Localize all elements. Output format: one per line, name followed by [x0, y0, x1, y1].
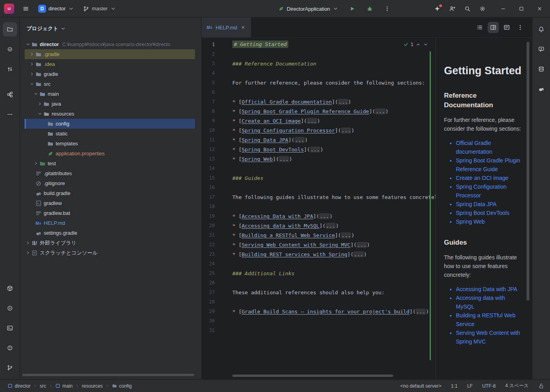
- code-line-27[interactable]: 27These additional references should als…: [202, 288, 436, 297]
- code-line-13[interactable]: 13* [Spring Web](...): [202, 154, 436, 164]
- run-button[interactable]: [345, 2, 359, 15]
- close-button[interactable]: [531, 0, 548, 17]
- tree-item-templates[interactable]: templates: [25, 139, 195, 149]
- code-line-20[interactable]: 20* [Accessing data with MySQL](...): [202, 221, 436, 230]
- terminal-tool-button[interactable]: [3, 321, 17, 335]
- status-server[interactable]: <no default server>: [400, 383, 441, 389]
- folded-region[interactable]: ...: [341, 127, 351, 133]
- code-line-15[interactable]: 15### Guides: [202, 173, 436, 183]
- chevron-right-icon[interactable]: [29, 51, 35, 58]
- tree-item-main[interactable]: main: [25, 89, 195, 99]
- code-line-24[interactable]: 24: [202, 259, 436, 268]
- editor-more-button[interactable]: [515, 22, 526, 33]
- chevron-right-icon[interactable]: [37, 101, 43, 107]
- markdown-link[interactable]: Official Gradle documentation: [241, 99, 332, 105]
- markdown-link[interactable]: Building REST services with Spring: [241, 251, 347, 257]
- markdown-link[interactable]: Spring Data JPA: [241, 137, 288, 143]
- code-line-2[interactable]: 2: [202, 49, 436, 59]
- preview-layout-button[interactable]: [501, 22, 512, 33]
- editor-preview-split-button[interactable]: [488, 22, 499, 33]
- breadcrumb-item-resources[interactable]: resources: [81, 383, 104, 389]
- folded-region[interactable]: ...: [319, 213, 329, 219]
- folded-region[interactable]: ...: [326, 223, 336, 229]
- services-tool-button[interactable]: [3, 301, 17, 315]
- debug-button[interactable]: [363, 2, 377, 15]
- markdown-link[interactable]: Serving Web Content with Spring MVC: [241, 242, 350, 248]
- tree-item-settings.gradle[interactable]: settings.gradle: [25, 228, 195, 238]
- run-more-button[interactable]: [380, 2, 394, 15]
- preview-scrollbar[interactable]: [527, 42, 529, 301]
- code-line-23[interactable]: 23* [Building REST services with Spring]…: [202, 249, 436, 259]
- pull-requests-tool-button[interactable]: [3, 62, 17, 76]
- code-line-28[interactable]: 28: [202, 297, 436, 307]
- code-line-6[interactable]: 6: [202, 87, 436, 97]
- inspection-widget[interactable]: 1: [403, 42, 428, 47]
- tree-item-application.properties[interactable]: application.properties: [25, 149, 195, 158]
- folded-region[interactable]: ...: [353, 251, 363, 257]
- markdown-link[interactable]: Gradle Build Scans – insights for your p…: [241, 309, 409, 315]
- ai-assistant-button[interactable]: [430, 2, 444, 15]
- preview-link[interactable]: Spring Boot Gradle Plugin Reference Guid…: [456, 157, 520, 172]
- code-line-19[interactable]: 19* [Accessing Data with JPA](...): [202, 211, 436, 221]
- commit-tool-button[interactable]: [3, 42, 17, 56]
- preview-link[interactable]: Accessing data with MySQL: [456, 295, 505, 310]
- code-line-22[interactable]: 22* [Serving Web Content with Spring MVC…: [202, 240, 436, 249]
- chevron-down-icon[interactable]: [29, 81, 35, 87]
- status-caret-position[interactable]: 1:1: [451, 383, 457, 389]
- folded-region[interactable]: ...: [375, 108, 385, 114]
- search-everywhere-button[interactable]: [460, 2, 475, 15]
- markdown-link[interactable]: Accessing Data with JPA: [241, 213, 313, 219]
- code-line-31[interactable]: 31: [202, 326, 436, 335]
- chevron-right-icon[interactable]: [33, 160, 39, 167]
- project-scrollbar-horizontal[interactable]: [22, 374, 194, 376]
- code-line-14[interactable]: 14: [202, 164, 436, 173]
- code-line-25[interactable]: 25### Additional Links: [202, 268, 436, 278]
- chevron-down-icon[interactable]: [423, 42, 428, 47]
- chevron-down-icon[interactable]: [25, 41, 31, 48]
- tree-item-resources[interactable]: resources: [25, 109, 195, 119]
- build-tool-button[interactable]: [3, 281, 17, 295]
- breadcrumb-item-src[interactable]: src: [39, 383, 47, 389]
- chevron-right-icon[interactable]: [25, 250, 31, 256]
- code-line-29[interactable]: 29* [Gradle Build Scans – insights for y…: [202, 307, 436, 316]
- code-line-10[interactable]: 10* [Spring Configuration Processor](...…: [202, 126, 436, 135]
- preview-link[interactable]: Spring Boot DevTools: [456, 210, 509, 216]
- problems-tool-button[interactable]: [3, 341, 17, 355]
- code-line-8[interactable]: 8* [Spring Boot Gradle Plugin Reference …: [202, 106, 436, 116]
- status-encoding[interactable]: UTF-8: [482, 383, 496, 389]
- markdown-link[interactable]: Spring Boot Gradle Plugin Reference Guid…: [241, 108, 369, 114]
- tree-item-java[interactable]: java: [25, 99, 195, 109]
- markdown-link[interactable]: Spring Configuration Processor: [241, 127, 335, 133]
- code-line-3[interactable]: 3### Reference Documentation: [202, 59, 436, 68]
- tree-item-build.gradle[interactable]: build.gradle: [25, 188, 195, 198]
- editor-scrollbar-horizontal[interactable]: [232, 375, 393, 377]
- chevron-right-icon[interactable]: [29, 61, 35, 68]
- breadcrumb-item-director[interactable]: director: [6, 383, 32, 389]
- tree-item-static[interactable]: static: [25, 129, 195, 139]
- database-tool-button[interactable]: [534, 62, 548, 76]
- maximize-button[interactable]: [513, 0, 530, 17]
- markdown-link[interactable]: Accessing data with MySQL: [241, 223, 319, 229]
- tree-item-.gradle[interactable]: .gradle: [25, 49, 195, 59]
- markdown-link[interactable]: Spring Web: [241, 156, 272, 162]
- more-tools-button[interactable]: [3, 107, 17, 122]
- chevron-down-icon[interactable]: [33, 91, 39, 97]
- breadcrumb-item-main[interactable]: main: [54, 383, 74, 389]
- run-configuration-widget[interactable]: DirectorApplication: [275, 2, 342, 15]
- minimize-button[interactable]: [494, 0, 512, 17]
- code-line-16[interactable]: 16: [202, 183, 436, 192]
- ai-assistant-tool-button[interactable]: [534, 42, 548, 56]
- tree-item-help.md[interactable]: MHELP.md: [25, 218, 195, 228]
- code-line-26[interactable]: 26: [202, 278, 436, 288]
- code-line-11[interactable]: 11* [Spring Data JPA](...): [202, 135, 436, 145]
- markdown-link[interactable]: Spring Boot DevTools: [241, 147, 304, 153]
- notifications-button[interactable]: [534, 22, 548, 37]
- status-line-ending[interactable]: LF: [467, 383, 473, 389]
- markdown-link[interactable]: Create an OCI image: [241, 118, 301, 124]
- preview-link[interactable]: Spring Data JPA: [456, 201, 496, 207]
- preview-link[interactable]: Spring Web: [456, 218, 485, 225]
- code-line-18[interactable]: 18: [202, 202, 436, 211]
- tree-item-.gitattributes[interactable]: .gitattributes: [25, 168, 195, 178]
- folded-region[interactable]: ...: [279, 156, 289, 162]
- branch-widget[interactable]: master: [80, 2, 120, 15]
